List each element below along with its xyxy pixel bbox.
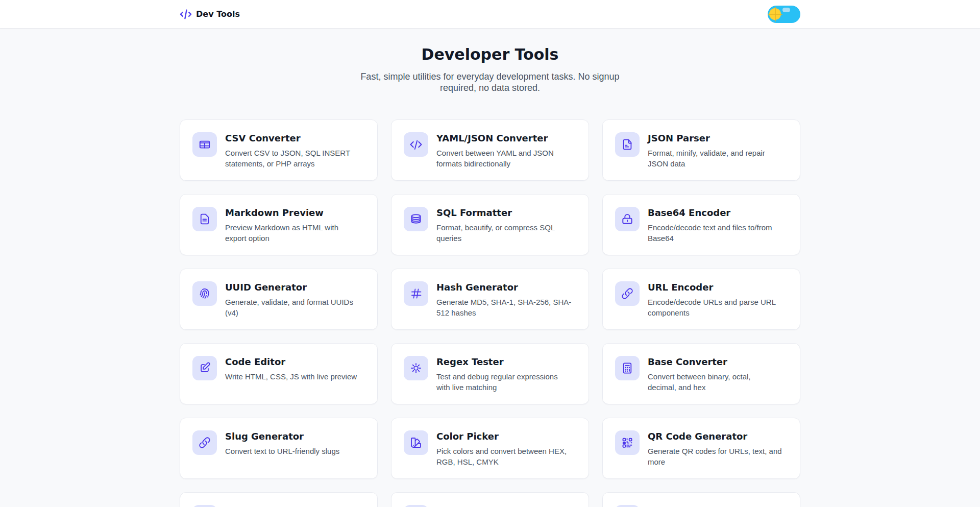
tool-card-description: Preview Markdown as HTML withexport opti… bbox=[225, 222, 338, 244]
tool-card-description: Format, beautify, or compress SQLqueries bbox=[436, 222, 555, 244]
link-icon bbox=[615, 281, 640, 306]
code-bracket-icon bbox=[404, 132, 428, 157]
tool-card-title: JSON Parser bbox=[648, 132, 765, 144]
table-icon bbox=[192, 132, 217, 157]
tool-card-base64-encoder[interactable]: Base64 EncoderEncode/decode text and fil… bbox=[602, 194, 800, 255]
tool-card-title: YAML/JSON Converter bbox=[436, 132, 554, 144]
tool-card-title: Slug Generator bbox=[225, 430, 339, 443]
tool-card-description: Generate, validate, and format UUIDs(v4) bbox=[225, 297, 353, 318]
tool-card-title: Markdown Preview bbox=[225, 207, 338, 219]
calculator-icon bbox=[615, 356, 640, 380]
link-icon bbox=[192, 430, 217, 455]
page-title: Developer Tools bbox=[0, 45, 980, 64]
tool-card-sql-formatter[interactable]: SQL FormatterFormat, beautify, or compre… bbox=[391, 194, 589, 255]
tool-icon-partial bbox=[615, 505, 640, 507]
tool-card-regex-tester[interactable]: Regex TesterTest and debug regular expre… bbox=[391, 343, 589, 404]
page-subtitle: Fast, simple utilities for everyday deve… bbox=[349, 71, 631, 93]
tool-card-partial[interactable] bbox=[391, 492, 589, 507]
main: Developer Tools Fast, simple utilities f… bbox=[0, 45, 980, 507]
tool-card-title: SQL Formatter bbox=[436, 207, 555, 219]
swatch-icon bbox=[404, 430, 428, 455]
tool-card-color-picker[interactable]: Color PickerPick colors and convert betw… bbox=[391, 418, 589, 479]
database-icon bbox=[404, 207, 428, 231]
tool-grid: CSV ConverterConvert CSV to JSON, SQL IN… bbox=[180, 119, 800, 507]
hero: Developer Tools Fast, simple utilities f… bbox=[0, 45, 980, 93]
tool-card-title: Hash Generator bbox=[436, 281, 571, 294]
document-fold-icon bbox=[615, 132, 640, 157]
cloud-icon bbox=[782, 8, 790, 13]
brand-name: Dev Tools bbox=[196, 9, 240, 19]
pencil-square-icon bbox=[192, 356, 217, 380]
tool-card-description: Pick colors and convert between HEX,RGB,… bbox=[436, 446, 567, 467]
lock-icon bbox=[615, 207, 640, 231]
tool-card-hash-generator[interactable]: Hash GeneratorGenerate MD5, SHA-1, SHA-2… bbox=[391, 269, 589, 330]
tool-card-base-converter[interactable]: Base ConverterConvert between binary, oc… bbox=[602, 343, 800, 404]
tool-card-title: CSV Converter bbox=[225, 132, 350, 144]
tool-card-title: Regex Tester bbox=[436, 356, 558, 368]
tool-card-slug-generator[interactable]: Slug GeneratorConvert text to URL-friend… bbox=[180, 418, 378, 479]
tool-card-description: Format, minify, validate, and repairJSON… bbox=[648, 148, 765, 169]
tool-card-qr-code-generator[interactable]: QR Code GeneratorGenerate QR codes for U… bbox=[602, 418, 800, 479]
brand[interactable]: Dev Tools bbox=[180, 8, 240, 20]
tool-icon-partial bbox=[192, 505, 217, 507]
tool-card-partial[interactable] bbox=[602, 492, 800, 507]
tool-card-description: Convert text to URL-friendly slugs bbox=[225, 446, 339, 456]
tool-card-url-encoder[interactable]: URL EncoderEncode/decode URLs and parse … bbox=[602, 269, 800, 330]
tool-card-description: Convert between YAML and JSONformats bid… bbox=[436, 148, 554, 169]
tool-card-title: URL Encoder bbox=[648, 281, 776, 294]
theme-toggle[interactable] bbox=[768, 6, 800, 23]
tool-card-description: Generate QR codes for URLs, text, andmor… bbox=[648, 446, 782, 467]
sun-icon bbox=[404, 356, 428, 380]
tool-icon-partial bbox=[404, 505, 428, 507]
tool-card-json-parser[interactable]: JSON ParserFormat, minify, validate, and… bbox=[602, 119, 800, 181]
tool-card-title: QR Code Generator bbox=[648, 430, 782, 443]
tool-card-description: Write HTML, CSS, JS with live preview bbox=[225, 371, 357, 382]
tool-card-description: Generate MD5, SHA-1, SHA-256, SHA-512 ha… bbox=[436, 297, 571, 318]
tool-card-title: Color Picker bbox=[436, 430, 567, 443]
sun-icon bbox=[769, 8, 781, 20]
tool-card-uuid-generator[interactable]: UUID GeneratorGenerate, validate, and fo… bbox=[180, 269, 378, 330]
tool-card-description: Convert CSV to JSON, SQL INSERTstatement… bbox=[225, 148, 350, 169]
tool-card-partial[interactable] bbox=[180, 492, 378, 507]
tool-card-markdown-preview[interactable]: Markdown PreviewPreview Markdown as HTML… bbox=[180, 194, 378, 255]
tool-card-csv-converter[interactable]: CSV ConverterConvert CSV to JSON, SQL IN… bbox=[180, 119, 378, 181]
tool-card-code-editor[interactable]: Code EditorWrite HTML, CSS, JS with live… bbox=[180, 343, 378, 404]
hashtag-icon bbox=[404, 281, 428, 306]
fingerprint-icon bbox=[192, 281, 217, 306]
tool-card-description: Encode/decode text and files to/fromBase… bbox=[648, 222, 772, 244]
document-icon bbox=[192, 207, 217, 231]
tool-card-title: Base Converter bbox=[648, 356, 751, 368]
tool-card-yaml-json-converter[interactable]: YAML/JSON ConverterConvert between YAML … bbox=[391, 119, 589, 181]
qr-code-icon bbox=[615, 430, 640, 455]
tool-card-description: Convert between binary, octal,decimal, a… bbox=[648, 371, 751, 393]
tool-card-title: UUID Generator bbox=[225, 281, 353, 294]
tool-card-title: Base64 Encoder bbox=[648, 207, 772, 219]
navbar: Dev Tools bbox=[0, 0, 980, 29]
code-icon bbox=[180, 8, 192, 20]
tool-card-description: Test and debug regular expressionswith l… bbox=[436, 371, 558, 393]
tool-card-title: Code Editor bbox=[225, 356, 357, 368]
tool-card-description: Encode/decode URLs and parse URLcomponen… bbox=[648, 297, 776, 318]
